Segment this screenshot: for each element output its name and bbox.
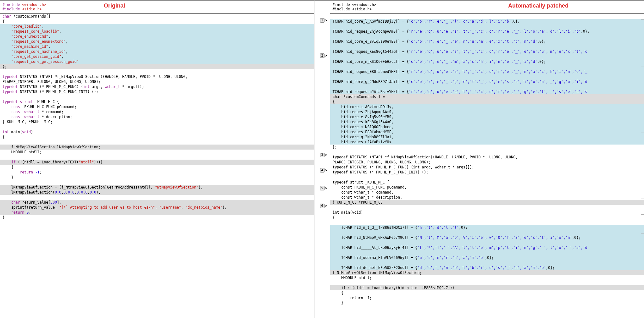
arrow-right-icon: ➤ <box>325 186 328 191</box>
code-line: PLARGE_INTEGER, PULONG, ULONG, ULONG, UL… <box>330 160 644 165</box>
code-line: TCHAR hid_NtMapV_GHxAWMe67M9C[] = {'N','… <box>330 235 644 240</box>
diff-connector-badge: 2 <box>320 53 325 58</box>
code-line: }; <box>0 64 314 69</box>
code-line: TCHAR hid_reques_E8OfabmedYMF[] = {'r','… <box>330 69 644 74</box>
code-line: TCHAR hid_reques_uJAfaBsivYHx[] = {'r','… <box>330 89 644 94</box>
diff-connector-6: 6➤ <box>314 203 330 208</box>
code-line: { <box>0 134 314 140</box>
right-scroll-markers <box>641 1 644 318</box>
arrow-right-icon: ➤ <box>325 18 328 23</box>
code-line: typedef NTSTATUS (* PKUHL_M_C_FUNC_INIT)… <box>330 170 644 175</box>
code-line: char return_value[500]; <box>0 200 314 205</box>
code-line <box>0 140 314 145</box>
code-line: const wchar_t * description; <box>330 195 644 200</box>
diff-connector-1: 1➤ <box>314 18 330 23</box>
code-line <box>330 34 644 39</box>
code-line <box>330 24 644 29</box>
code-line: return -1; <box>330 295 644 300</box>
code-line <box>330 54 644 59</box>
code-line: return -1; <box>0 170 314 175</box>
code-line: typedef struct _KUHL_M_C { <box>0 99 314 104</box>
code-line: TCHAR hid_n_t_d__fP886sfMQCz7[] = {'n','… <box>330 225 644 230</box>
original-pane: Original #include <windows.h> #include <… <box>0 0 314 318</box>
code-line: } KUHL_M_C, *PKUHL_M_C; <box>0 119 314 124</box>
diff-connector-badge: 1 <box>320 18 325 23</box>
code-line <box>0 180 314 185</box>
code-line: f_NtMapViewOfSection lNtMapViewOfSection… <box>0 145 314 150</box>
code-line: const PKUHL_M_C_FUNC pCommand; <box>0 104 314 109</box>
code-line <box>0 69 314 74</box>
diff-connector-badge: 4 <box>320 168 325 173</box>
code-line <box>330 250 644 255</box>
code-line <box>330 44 644 49</box>
arrow-right-icon: ➤ <box>325 152 328 157</box>
code-line: hid_reques_uJAfaBsivYHx <box>330 140 644 145</box>
diff-connector-3: 3➤ <box>314 152 330 157</box>
code-line: { <box>330 290 644 295</box>
code-line: hid_core_g_2NdoR89ZlJai, <box>330 134 644 140</box>
right-includes: #include <windows.h> #include <stdio.h> <box>330 1 644 14</box>
code-line <box>330 64 644 69</box>
diff-connector-5: 5➤ <box>314 185 330 191</box>
code-line: hid_core_m_KS1Q60FbHxcc, <box>330 124 644 129</box>
code-line <box>0 195 314 200</box>
original-title: Original <box>104 3 125 9</box>
arrow-right-icon: ➤ <box>325 168 328 173</box>
diff-connector-2: 2➤ <box>314 53 330 58</box>
code-line: "request_core_get_session_guid" <box>0 59 314 64</box>
patched-title: Automatically patched <box>508 3 569 9</box>
code-line: if (!(ntdll = LoadLibrary(hid_n_t_d__fP8… <box>330 285 644 290</box>
code-line: PLARGE_INTEGER, PULONG, ULONG, ULONG, UL… <box>0 79 314 84</box>
code-line <box>330 230 644 235</box>
code-line: "request_core_enumextcmd", <box>0 39 314 44</box>
code-line: "core_machine_id", <box>0 44 314 49</box>
diff-gutter: 1➤2➤3➤4➤5➤6➤ <box>314 0 330 318</box>
code-line: "request_core_machine_id", <box>0 49 314 54</box>
diff-connector-badge: 5 <box>320 186 325 190</box>
code-line: hid_reques_2hjAqqmpAAmS, <box>330 109 644 114</box>
code-line: lNtMapViewOfSection = (f_NtMapViewOfSect… <box>0 185 314 190</box>
code-line: lNtMapViewOfSection(0,0,0,0,0,0,0,0,0,0)… <box>0 190 314 195</box>
code-line: { <box>0 165 314 170</box>
code-line: { <box>330 99 644 104</box>
code-line: "request_core_loadlib", <box>0 29 314 34</box>
code-line: hid_reques_E8OfabmedYMF, <box>330 129 644 134</box>
code-line: TCHAR hid_core_e_8vIq5s90eYBS[] = {'c','… <box>330 39 644 44</box>
code-line: } <box>0 175 314 180</box>
diff-connector-badge: 6 <box>320 204 325 208</box>
code-line: hid_core_l_AGvfmcsDDjJy, <box>330 104 644 109</box>
code-line <box>0 94 314 99</box>
code-line <box>330 74 644 79</box>
code-line: typedef NTSTATUS (* PKUHL_M_C_FUNC_INIT)… <box>0 89 314 94</box>
code-line: TCHAR hid_core_l_AGvfmcsDDjJy[] = {'c','… <box>330 19 644 24</box>
code-line <box>330 220 644 225</box>
code-line: const PKUHL_M_C_FUNC pCommand; <box>330 185 644 190</box>
code-line: }; <box>330 145 644 150</box>
code-line: "core_loadlib", <box>0 24 314 29</box>
code-line <box>330 14 644 19</box>
diff-connector-badge: 3 <box>320 153 325 157</box>
code-line: typedef struct _KUHL_M_C { <box>330 180 644 185</box>
code-line: hid_reques_kEs8Ggt544aG, <box>330 119 644 124</box>
code-line: sprintf(return_value, "[*] Attempting to… <box>0 205 314 210</box>
code-line: } <box>0 215 314 220</box>
code-line: TCHAR hid_reques_kEs8Ggt544aG[] = {'r','… <box>330 49 644 54</box>
code-line: const wchar_t * command; <box>0 109 314 114</box>
code-line: typedef NTSTATUS (* PKUHL_M_C_FUNC) (int… <box>330 165 644 170</box>
code-line: HMODULE ntdll; <box>330 275 644 280</box>
code-line: char *customCommands[] = <box>330 94 644 99</box>
code-line: const wchar_t * command; <box>330 190 644 195</box>
arrow-right-icon: ➤ <box>325 203 328 208</box>
code-line <box>330 175 644 180</box>
code-line: TCHAR hid_reques_2hjAqqmpAAmS[] = {'r','… <box>330 29 644 34</box>
code-line: { <box>0 19 314 24</box>
right-code-block: TCHAR hid_core_l_AGvfmcsDDjJy[] = {'c','… <box>330 14 644 305</box>
code-line: typedef NTSTATUS (NTAPI *f_NtMapViewOfSe… <box>0 74 314 79</box>
code-line: typedef NTSTATUS (* PKUHL_M_C_FUNC) (int… <box>0 84 314 89</box>
code-line <box>0 124 314 129</box>
code-line: TCHAR hid_core_m_KS1Q60FbHxcc[] = {'c','… <box>330 59 644 64</box>
code-line <box>330 260 644 265</box>
code-line: "core_get_session_guid", <box>0 54 314 59</box>
code-line: typedef NTSTATUS (NTAPI *f_NtMapViewOfSe… <box>330 155 644 160</box>
code-line <box>0 155 314 160</box>
